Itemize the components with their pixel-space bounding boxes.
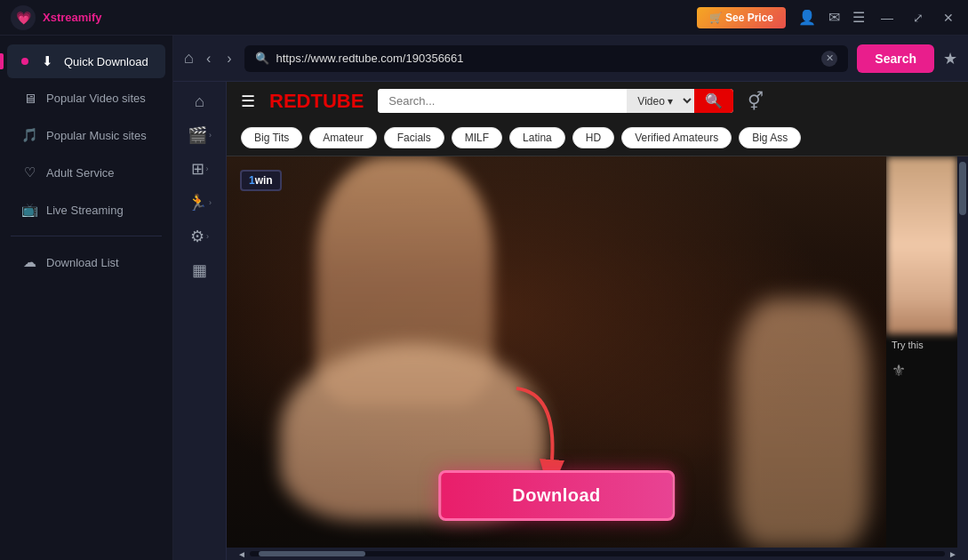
sidebar-item-label: Popular Music sites [46, 129, 147, 142]
win-badge-number: 1 [249, 174, 255, 187]
sidebar-item-live-streaming[interactable]: 📺 Live Streaming [7, 193, 165, 227]
category-latina[interactable]: Latina [509, 127, 565, 148]
active-indicator [21, 58, 28, 65]
titlebar: 💗 Xstreamify 🛒 See Price 👤 ✉ ☰ — ⤢ ✕ [0, 0, 968, 36]
cloud-icon: ☁ [21, 254, 37, 270]
titlebar-controls: 🛒 See Price 👤 ✉ ☰ — ⤢ ✕ [697, 7, 957, 28]
url-clear-button[interactable]: ✕ [821, 51, 837, 67]
maximize-button[interactable]: ⤢ [909, 9, 927, 27]
redtube-logo: REDTUBE [269, 90, 364, 113]
see-price-button[interactable]: 🛒 See Price [697, 7, 786, 28]
h-scrollbar-thumb[interactable] [259, 551, 365, 556]
inner-sidebar: ⌂ 🎬› ⊞› 🏃› ⚙› ▦ [173, 82, 227, 560]
monitor-icon: 🖥 [21, 91, 37, 106]
close-button[interactable]: ✕ [940, 9, 957, 27]
redtube-search-input[interactable] [378, 89, 627, 113]
scroll-left-arrow[interactable]: ◄ [234, 549, 250, 559]
logo-emoji: 💗 [16, 11, 31, 25]
app-logo: 💗 [11, 5, 36, 30]
category-amateur[interactable]: Amateur [309, 127, 376, 148]
sidebar-item-download-list[interactable]: ☁ Download List [7, 245, 165, 279]
main-layout: ⬇ Quick Download 🖥 Popular Video sites 🎵… [0, 36, 968, 560]
redtube-type-select[interactable]: Video ▾ [627, 89, 694, 113]
category-hd[interactable]: HD [572, 127, 614, 148]
scroll-right-arrow[interactable]: ► [945, 549, 961, 559]
win-badge[interactable]: 1win [240, 170, 282, 191]
menu-icon[interactable]: ☰ [852, 9, 865, 26]
category-verified[interactable]: Verified Amateurs [621, 127, 732, 148]
inner-layers-icon[interactable]: ⊞› [191, 159, 209, 179]
redtube-menu-icon[interactable]: ☰ [241, 92, 255, 111]
app-branding: 💗 Xstreamify [11, 5, 101, 30]
video-section: 1win [227, 156, 968, 548]
sidebar: ⬇ Quick Download 🖥 Popular Video sites 🎵… [0, 36, 173, 560]
sidebar-item-label: Popular Video sites [46, 92, 146, 105]
sidebar-item-label: Download List [46, 256, 119, 269]
heart-icon: ♡ [21, 164, 37, 180]
tv-icon: 📺 [21, 202, 37, 218]
inner-figure-icon[interactable]: 🏃› [188, 193, 212, 212]
h-scrollbar-track[interactable] [250, 551, 945, 556]
browser-bar: ⌂ ‹ › 🔍 ✕ Search ★ [173, 36, 968, 82]
video-player[interactable]: 1win [227, 156, 886, 548]
redtube-gender-icon[interactable]: ⚥ [748, 91, 764, 112]
content-area: ⌂ ‹ › 🔍 ✕ Search ★ ⌂ 🎬› ⊞› [173, 36, 968, 560]
app-name: Xstreamify [43, 11, 101, 24]
minimize-button[interactable]: — [877, 9, 897, 27]
sidebar-item-adult-service[interactable]: ♡ Adult Service [7, 156, 165, 189]
side-panel-icon: ⚜ [886, 356, 957, 386]
user-icon[interactable]: 👤 [798, 9, 816, 26]
divider [11, 236, 162, 236]
sidebar-item-quick-download[interactable]: ⬇ Quick Download [7, 44, 165, 78]
search-button[interactable]: Search [857, 44, 934, 73]
mail-icon[interactable]: ✉ [828, 9, 840, 26]
music-icon: 🎵 [21, 127, 37, 143]
sidebar-item-label: Quick Download [64, 55, 148, 68]
category-big-ass[interactable]: Big Ass [739, 127, 801, 148]
category-big-tits[interactable]: Big Tits [241, 127, 302, 148]
forward-button[interactable]: › [223, 47, 235, 70]
url-input[interactable] [276, 52, 815, 65]
sidebar-item-popular-music[interactable]: 🎵 Popular Music sites [7, 118, 165, 152]
sidebar-item-label: Adult Service [46, 166, 115, 180]
url-bar[interactable]: 🔍 ✕ [244, 45, 849, 72]
side-thumbnail [886, 156, 957, 334]
quick-download-icon: ⬇ [39, 53, 55, 69]
inner-settings-icon[interactable]: ⚙› [190, 227, 209, 246]
browser-content: ⌂ 🎬› ⊞› 🏃› ⚙› ▦ [173, 82, 968, 560]
download-button[interactable]: Download [438, 470, 675, 521]
redtube-search-button[interactable]: 🔍 [694, 89, 733, 113]
arrow-pointer [503, 384, 574, 476]
horizontal-scrollbar[interactable]: ◄ ► [227, 548, 968, 560]
scrollbar-thumb[interactable] [959, 162, 966, 215]
vertical-scrollbar[interactable] [957, 156, 968, 548]
figure-blur-3 [735, 299, 868, 548]
redtube-search-bar[interactable]: Video ▾ 🔍 [378, 89, 733, 113]
download-arrow-svg [503, 384, 574, 473]
video-background: 1win [227, 156, 886, 548]
win-badge-text: win [255, 174, 273, 187]
right-panel: Try this ⚜ [886, 156, 957, 548]
category-milf[interactable]: MILF [452, 127, 502, 148]
inner-home-icon[interactable]: ⌂ [195, 92, 204, 111]
sidebar-item-popular-video[interactable]: 🖥 Popular Video sites [7, 82, 165, 115]
category-facials[interactable]: Facials [384, 127, 444, 148]
try-text: Try this [886, 334, 957, 356]
download-button-container: Download [438, 470, 675, 521]
home-button[interactable]: ⌂ [184, 49, 194, 68]
inner-video-icon[interactable]: 🎬› [188, 125, 212, 145]
redtube-header: ☰ REDTUBE Video ▾ 🔍 ⚥ [227, 82, 968, 120]
redtube-categories: Big Tits Amateur Facials MILF Latina HD … [227, 120, 968, 156]
url-search-icon: 🔍 [255, 52, 269, 65]
inner-grid-icon[interactable]: ▦ [192, 260, 207, 280]
sidebar-item-label: Live Streaming [46, 204, 124, 217]
back-button[interactable]: ‹ [203, 47, 214, 70]
webpage: ☰ REDTUBE Video ▾ 🔍 ⚥ Big Tits [227, 82, 968, 560]
bookmark-icon[interactable]: ★ [943, 49, 957, 68]
